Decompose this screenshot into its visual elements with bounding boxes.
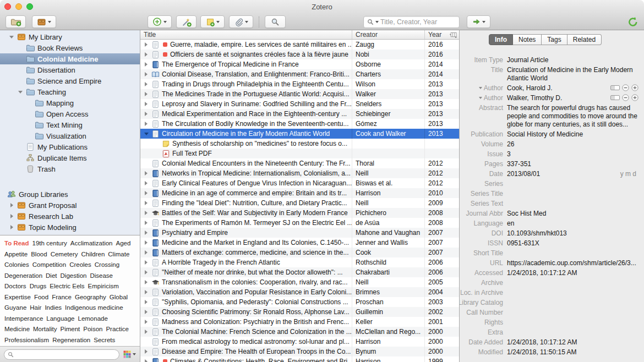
tag-secrets[interactable]: Secrets — [94, 335, 115, 346]
tag-indigenous-medicine[interactable]: Indigenous medicine — [65, 303, 123, 314]
sidebar-item-my-library[interactable]: My Library — [0, 31, 140, 42]
item-row[interactable]: Medicine and the Market in England and I… — [140, 238, 459, 248]
tab-tags[interactable]: Tags — [542, 34, 567, 45]
sidebar-item-mapping[interactable]: Mapping — [0, 97, 140, 108]
tag-lemonade[interactable]: Lemonade — [78, 314, 108, 325]
name-field-toggle[interactable] — [610, 95, 620, 100]
sidebar-item-group-libraries[interactable]: Group Libraries — [0, 189, 140, 200]
item-row[interactable]: Circulation of Medicine in the Early Mod… — [140, 129, 459, 139]
sidebar-item-teaching[interactable]: Teaching — [0, 86, 140, 97]
tag-professionalism[interactable]: Professionalism — [4, 335, 49, 346]
tag-diet[interactable]: Diet — [46, 271, 57, 282]
tag-acclimatization[interactable]: Acclimatization — [70, 238, 113, 249]
add-attachment-button[interactable] — [229, 15, 253, 28]
field-value[interactable]: 3 — [507, 150, 642, 158]
item-row[interactable]: Madness and Colonization: Psychiatry in … — [140, 317, 459, 327]
tag-search-field[interactable] — [4, 349, 119, 360]
field-value[interactable]: 1/24/2018, 10:17:12 AM — [507, 269, 642, 277]
field-value[interactable]: 1/24/2018, 10:17:12 AM — [507, 338, 642, 347]
item-row[interactable]: Variolation, Vaccination and Popular Res… — [140, 287, 459, 297]
tag-appetite[interactable]: Appetite — [4, 249, 28, 260]
column-header-title[interactable]: Title — [140, 30, 352, 39]
item-row[interactable]: Disease and Empire: The Health of Europe… — [140, 347, 459, 356]
item-row[interactable]: Networks in Tropical Medicine: Internati… — [140, 168, 459, 178]
tab-info[interactable]: Info — [489, 34, 513, 45]
disclosure-collapsed-icon[interactable] — [143, 42, 150, 47]
disclosure-collapsed-icon[interactable] — [143, 330, 150, 334]
tag-indies[interactable]: Indies — [45, 303, 62, 314]
new-library-button[interactable] — [32, 15, 56, 28]
item-row[interactable]: "Neither of meate nor drinke, but what t… — [140, 267, 459, 277]
item-row[interactable]: The Colonial Machine: French Science and… — [140, 327, 459, 337]
sidebar-item-duplicate-items[interactable]: Duplicate Items — [0, 152, 140, 163]
disclosure-collapsed-icon[interactable] — [143, 231, 150, 235]
tag-search-input[interactable] — [16, 350, 116, 358]
sidebar-item-my-publications[interactable]: My Publications — [0, 141, 140, 152]
tag-disease[interactable]: Disease — [90, 271, 113, 282]
disclosure-collapsed-icon[interactable] — [143, 240, 150, 245]
remove-author-button[interactable] — [622, 84, 629, 91]
attachment-row[interactable]: Full Text PDF — [140, 149, 459, 158]
name-field-toggle[interactable] — [610, 85, 620, 90]
tag-drugs[interactable]: Drugs — [30, 281, 47, 292]
sidebar-item-text-mining[interactable]: Text Mining — [0, 119, 140, 130]
item-row[interactable]: Finding the "Ideal Diet": Nutrition, Cul… — [140, 198, 459, 208]
item-row[interactable]: Medicine in an age of commerce and empir… — [140, 188, 459, 198]
sidebar-item-grant-proposal[interactable]: Grant Proposal — [0, 200, 140, 211]
tag-hair[interactable]: Hair — [30, 303, 41, 314]
disclosure-collapsed-icon[interactable] — [143, 102, 150, 106]
tag-selector-menu-button[interactable] — [123, 350, 136, 358]
author-options-caret-icon[interactable] — [479, 97, 482, 99]
tag-poison[interactable]: Poison — [83, 324, 102, 335]
sync-button[interactable] — [627, 17, 638, 30]
item-row[interactable]: From medical astrology to medical astron… — [140, 337, 459, 347]
tag-geography[interactable]: Geography — [75, 292, 106, 303]
sidebar-item-science-and-empire[interactable]: Science and Empire — [0, 75, 140, 86]
tag-climate[interactable]: Climate — [108, 249, 129, 260]
item-row[interactable]: Psychiatry and EmpireMahone and Vaughan2… — [140, 228, 459, 238]
item-row[interactable]: The Circulation of Bodily Knowledge in t… — [140, 119, 459, 129]
disclosure-collapsed-icon[interactable] — [143, 290, 150, 294]
item-row[interactable]: Transnationalism in the colonies: Cooper… — [140, 277, 459, 287]
field-value[interactable]: Journal Article — [507, 56, 642, 64]
tag-creoles[interactable]: Creoles — [69, 260, 91, 271]
sidebar-item-research-lab[interactable]: Research Lab — [0, 211, 140, 222]
add-author-button[interactable] — [631, 84, 638, 91]
item-row[interactable]: Colonial Disease, Translation, and Enlig… — [140, 69, 459, 79]
tag-electric-eels[interactable]: Electric Eels — [50, 281, 84, 292]
disclosure-collapsed-icon[interactable] — [143, 270, 150, 275]
tag-food[interactable]: Food — [34, 292, 48, 303]
disclosure-collapsed-icon[interactable] — [143, 122, 150, 126]
item-row[interactable]: Leprosy and Slavery in Suriname: Godfrie… — [140, 99, 459, 109]
tag-aged[interactable]: Aged — [116, 238, 131, 249]
disclosure-collapsed-icon[interactable] — [143, 310, 150, 314]
titlebar[interactable]: Zotero — [0, 0, 644, 14]
disclosure-collapsed-icon[interactable] — [7, 225, 17, 229]
tag-piment[interactable]: Piment — [60, 324, 80, 335]
field-value[interactable]: 2013/08/01 — [507, 170, 617, 178]
disclosure-collapsed-icon[interactable] — [143, 181, 150, 185]
disclosure-collapsed-icon[interactable] — [143, 92, 150, 96]
tag-blood[interactable]: Blood — [31, 249, 47, 260]
tag-digestion[interactable]: Digestion — [61, 271, 87, 282]
tag-degeneration[interactable]: Degeneration — [4, 271, 42, 282]
author-options-caret-icon[interactable] — [479, 87, 482, 89]
item-row[interactable]: The Medicines Trade in the Portuguese At… — [140, 89, 459, 99]
field-value[interactable]: 337-351 — [507, 160, 642, 168]
sidebar-item-colonial-medicine[interactable]: Colonial Medicine — [0, 53, 140, 64]
quick-search-field[interactable] — [363, 16, 460, 28]
new-item-button[interactable] — [148, 15, 172, 28]
field-value[interactable]: Walker, Timothy D. — [507, 94, 608, 102]
disclosure-collapsed-icon[interactable] — [143, 112, 150, 116]
item-row[interactable]: Early Clinical Features of Dengue Virus … — [140, 178, 459, 188]
disclosure-collapsed-icon[interactable] — [143, 191, 150, 195]
tag-france[interactable]: France — [52, 292, 72, 303]
item-row[interactable]: Matters of exchange: commerce, medicine,… — [140, 248, 459, 257]
tag-regeneration[interactable]: Regeneration — [52, 335, 90, 346]
field-value[interactable]: Cook, Harold J. — [507, 84, 608, 92]
tag-language[interactable]: Language — [46, 314, 74, 325]
locate-button[interactable] — [467, 15, 490, 28]
field-value[interactable]: 26 — [507, 140, 642, 149]
tag-guyane[interactable]: Guyane — [4, 303, 26, 314]
tag-intemperance[interactable]: Intemperance — [4, 314, 43, 325]
